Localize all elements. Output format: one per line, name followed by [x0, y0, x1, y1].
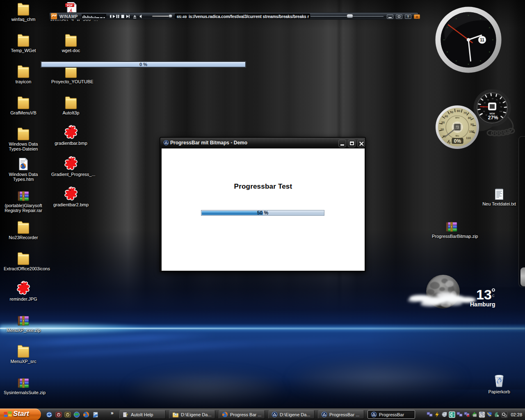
svg-text:Hamburg: Hamburg	[470, 301, 495, 308]
svg-text:50: 50	[487, 99, 489, 101]
svg-text:80: 80	[468, 116, 471, 120]
svg-text:20: 20	[483, 110, 485, 112]
svg-text:70: 70	[496, 99, 498, 101]
svg-text:MHz: MHz	[455, 135, 459, 137]
svg-text:0%: 0%	[454, 138, 461, 144]
svg-text:90: 90	[470, 123, 474, 126]
svg-text:MPH: MPH	[455, 117, 459, 119]
svg-text:100: 100	[500, 110, 503, 112]
svg-text:90: 90	[500, 106, 502, 108]
svg-text:110: 110	[466, 136, 471, 140]
svg-text:20: 20	[441, 128, 444, 131]
svg-text:50: 50	[450, 110, 453, 114]
svg-text:60: 60	[492, 98, 494, 100]
svg-text:11: 11	[480, 38, 484, 42]
svg-text:70: 70	[463, 111, 467, 115]
svg-text:40: 40	[445, 114, 448, 118]
svg-text:100: 100	[469, 130, 475, 133]
svg-text:0: 0	[449, 141, 450, 144]
svg-text:13: 13	[476, 287, 492, 302]
svg-text:30: 30	[441, 121, 445, 124]
svg-text:40: 40	[484, 102, 486, 104]
svg-text:80: 80	[499, 102, 501, 104]
svg-text:27%: 27%	[488, 115, 498, 121]
svg-text:60: 60	[457, 109, 460, 113]
svg-text:c: c	[492, 293, 495, 298]
